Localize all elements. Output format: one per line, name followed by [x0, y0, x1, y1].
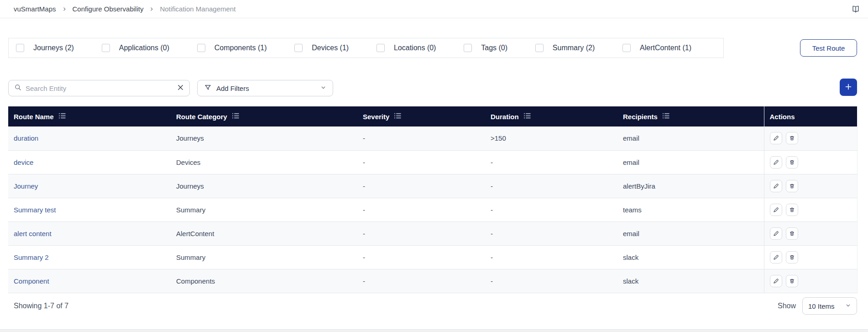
column-menu-icon[interactable]	[232, 112, 240, 121]
column-menu-icon[interactable]	[523, 112, 531, 121]
duration-cell: -	[485, 245, 617, 269]
breadcrumb-vusmartmaps[interactable]: vuSmartMaps	[14, 5, 56, 13]
duration-cell: -	[485, 221, 617, 245]
route-name-link[interactable]: alert content	[14, 230, 52, 237]
route-category-cell: Summary	[171, 245, 357, 269]
filter-summary[interactable]: Summary (2)	[535, 44, 595, 52]
table-row: device Devices - - email	[8, 150, 857, 174]
filter-label[interactable]: Summary (2)	[553, 44, 595, 52]
checkbox-components[interactable]	[197, 44, 205, 52]
search-entity-box[interactable]	[8, 80, 190, 96]
col-label: Duration	[491, 113, 519, 121]
filter-label[interactable]: Components (1)	[214, 44, 267, 52]
documentation-book-icon[interactable]	[851, 4, 861, 16]
table-row: Summary test Summary - - teams	[8, 198, 857, 221]
filter-journeys[interactable]: Journeys (2)	[16, 44, 74, 52]
col-severity: Severity	[357, 106, 485, 126]
col-label: Recipients	[623, 113, 658, 121]
route-name-link[interactable]: Journey	[14, 182, 38, 190]
checkbox-journeys[interactable]	[16, 44, 24, 52]
edit-route-button[interactable]	[770, 156, 782, 169]
filter-components[interactable]: Components (1)	[197, 44, 267, 52]
filter-label[interactable]: Applications (0)	[119, 44, 169, 52]
delete-route-button[interactable]	[786, 180, 798, 192]
category-filter-bar: Journeys (2) Applications (0) Components…	[8, 38, 724, 58]
page-size-select[interactable]: 10 Items	[802, 297, 857, 315]
checkbox-tags[interactable]	[464, 44, 472, 52]
duration-cell: -	[485, 198, 617, 221]
breadcrumb-configure-observability[interactable]: Configure Observability	[73, 5, 144, 13]
column-menu-icon[interactable]	[58, 112, 66, 121]
delete-route-button[interactable]	[786, 132, 798, 144]
add-route-button[interactable]	[840, 79, 857, 96]
chevron-right-icon	[149, 6, 154, 12]
top-bar: vuSmartMaps Configure Observability Noti…	[0, 0, 868, 18]
duration-cell: -	[485, 269, 617, 293]
edit-route-button[interactable]	[770, 251, 782, 263]
table-row: Summary 2 Summary - - slack	[8, 245, 857, 269]
add-filters-dropdown[interactable]: Add Filters	[197, 80, 333, 96]
route-name-link[interactable]: duration	[14, 134, 38, 142]
route-name-link[interactable]: Summary test	[14, 206, 56, 214]
recipients-cell: alertByJira	[617, 174, 764, 198]
duration-cell: -	[485, 174, 617, 198]
checkbox-applications[interactable]	[102, 44, 110, 52]
severity-cell: -	[357, 150, 485, 174]
edit-route-button[interactable]	[770, 275, 782, 287]
edit-route-button[interactable]	[770, 227, 782, 240]
severity-cell: -	[357, 174, 485, 198]
table-row: duration Journeys - >150 email	[8, 126, 857, 150]
route-name-link[interactable]: Summary 2	[14, 253, 49, 261]
page-bottom-strip	[0, 329, 868, 332]
column-menu-icon[interactable]	[662, 112, 670, 121]
checkbox-locations[interactable]	[376, 44, 385, 52]
filter-devices[interactable]: Devices (1)	[294, 44, 349, 52]
route-name-link[interactable]: device	[14, 158, 33, 166]
duration-cell: -	[485, 150, 617, 174]
col-label: Route Name	[14, 113, 54, 121]
table-row: Component Components - - slack	[8, 269, 857, 293]
route-category-cell: Components	[171, 269, 357, 293]
search-input[interactable]	[26, 84, 173, 92]
route-category-cell: Summary	[171, 198, 357, 221]
page-size-value: 10 Items	[808, 302, 835, 310]
severity-cell: -	[357, 269, 485, 293]
col-actions: Actions	[764, 106, 857, 126]
col-label: Route Category	[176, 113, 227, 121]
col-route-name: Route Name	[8, 106, 171, 126]
filter-locations[interactable]: Locations (0)	[376, 44, 436, 52]
checkbox-alertcontent[interactable]	[622, 44, 631, 52]
column-menu-icon[interactable]	[394, 112, 402, 121]
edit-route-button[interactable]	[770, 180, 782, 192]
filter-label[interactable]: Devices (1)	[312, 44, 349, 52]
edit-route-button[interactable]	[770, 204, 782, 216]
edit-route-button[interactable]	[770, 132, 782, 144]
recipients-cell: slack	[617, 269, 764, 293]
test-route-button[interactable]: Test Route	[800, 39, 857, 57]
clear-search-icon[interactable]	[177, 84, 184, 93]
filter-label[interactable]: Journeys (2)	[33, 44, 74, 52]
delete-route-button[interactable]	[786, 204, 798, 216]
add-filters-label: Add Filters	[216, 84, 316, 92]
route-name-link[interactable]: Component	[14, 277, 49, 285]
delete-route-button[interactable]	[786, 251, 798, 263]
delete-route-button[interactable]	[786, 275, 798, 287]
filter-tags[interactable]: Tags (0)	[464, 44, 507, 52]
filter-applications[interactable]: Applications (0)	[102, 44, 169, 52]
route-category-cell: Devices	[171, 150, 357, 174]
table-row: Journey Journeys - - alertByJira	[8, 174, 857, 198]
delete-route-button[interactable]	[786, 156, 798, 169]
col-route-category: Route Category	[171, 106, 357, 126]
severity-cell: -	[357, 245, 485, 269]
severity-cell: -	[357, 221, 485, 245]
checkbox-summary[interactable]	[535, 44, 544, 52]
recipients-cell: teams	[617, 198, 764, 221]
delete-route-button[interactable]	[786, 227, 798, 240]
filter-label[interactable]: Tags (0)	[481, 44, 507, 52]
col-label: Severity	[363, 113, 389, 121]
filter-label[interactable]: AlertContent (1)	[640, 44, 691, 52]
severity-cell: -	[357, 198, 485, 221]
filter-alertcontent[interactable]: AlertContent (1)	[622, 44, 691, 52]
filter-label[interactable]: Locations (0)	[394, 44, 436, 52]
checkbox-devices[interactable]	[294, 44, 303, 52]
